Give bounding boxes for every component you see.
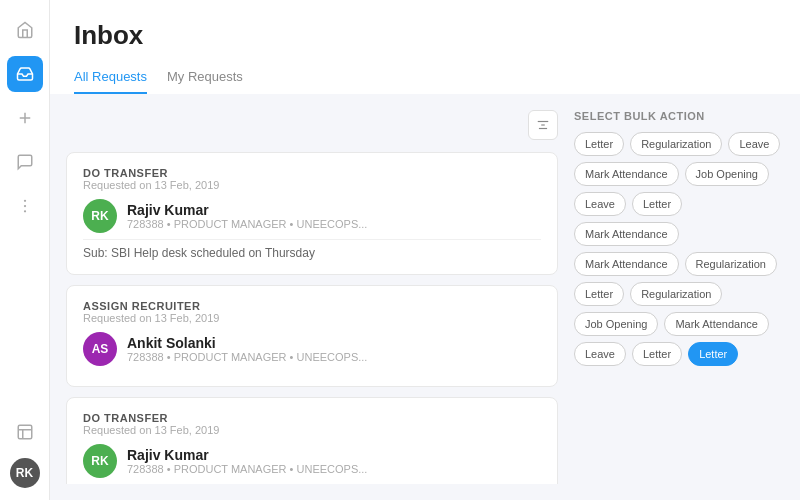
request-subject: Sub: SBI Help desk scheduled on Thursday [83, 239, 541, 260]
request-type: ASSIGN RECRUITER [83, 300, 541, 312]
filter-button[interactable] [528, 110, 558, 140]
request-type: DO TRANSFER [83, 412, 541, 424]
bulk-tag-4[interactable]: Job Opening [685, 162, 769, 186]
bulk-tags-container: LetterRegularizationLeaveMark Attendance… [574, 132, 784, 366]
request-card[interactable]: DO TRANSFER Requested on 13 Feb, 2019 RK… [66, 152, 558, 275]
avatar: AS [83, 332, 117, 366]
requester-meta: 728388 • PRODUCT MANAGER • UNEECOPS... [127, 463, 367, 475]
bulk-tag-14[interactable]: Leave [574, 342, 626, 366]
requester-info: Rajiv Kumar 728388 • PRODUCT MANAGER • U… [127, 447, 367, 475]
bulk-tag-1[interactable]: Regularization [630, 132, 722, 156]
requester-meta: 728388 • PRODUCT MANAGER • UNEECOPS... [127, 218, 367, 230]
filter-row [66, 110, 558, 140]
bulk-tag-16[interactable]: Letter [688, 342, 738, 366]
request-list: DO TRANSFER Requested on 13 Feb, 2019 RK… [66, 110, 558, 484]
svg-point-3 [23, 205, 25, 207]
svg-point-2 [23, 200, 25, 202]
avatar: RK [83, 199, 117, 233]
requester-name: Ankit Solanki [127, 335, 367, 351]
requester-row: RK Rajiv Kumar 728388 • PRODUCT MANAGER … [83, 199, 541, 233]
add-icon[interactable] [7, 100, 43, 136]
chat-icon[interactable] [7, 144, 43, 180]
sidebar: RK [0, 0, 50, 500]
request-type: DO TRANSFER [83, 167, 541, 179]
request-card[interactable]: DO TRANSFER Requested on 13 Feb, 2019 RK… [66, 397, 558, 484]
requester-info: Rajiv Kumar 728388 • PRODUCT MANAGER • U… [127, 202, 367, 230]
svg-rect-5 [18, 425, 32, 439]
request-date: Requested on 13 Feb, 2019 [83, 179, 541, 191]
bulk-tag-5[interactable]: Leave [574, 192, 626, 216]
more-icon[interactable] [7, 188, 43, 224]
bulk-tag-6[interactable]: Letter [632, 192, 682, 216]
tabs-bar: All Requests My Requests [74, 61, 776, 94]
request-date: Requested on 13 Feb, 2019 [83, 312, 541, 324]
user-avatar[interactable]: RK [10, 458, 40, 488]
requester-name: Rajiv Kumar [127, 447, 367, 463]
request-date: Requested on 13 Feb, 2019 [83, 424, 541, 436]
bulk-tag-8[interactable]: Mark Attendance [574, 252, 679, 276]
bulk-tag-9[interactable]: Regularization [685, 252, 777, 276]
tab-all-requests[interactable]: All Requests [74, 61, 147, 94]
inbox-icon[interactable] [7, 56, 43, 92]
requester-meta: 728388 • PRODUCT MANAGER • UNEECOPS... [127, 351, 367, 363]
tab-my-requests[interactable]: My Requests [167, 61, 243, 94]
bulk-tag-10[interactable]: Letter [574, 282, 624, 306]
bulk-action-title: SELECT BULK ACTION [574, 110, 784, 122]
avatar: RK [83, 444, 117, 478]
bulk-tag-0[interactable]: Letter [574, 132, 624, 156]
requester-row: RK Rajiv Kumar 728388 • PRODUCT MANAGER … [83, 444, 541, 478]
bulk-tag-12[interactable]: Job Opening [574, 312, 658, 336]
svg-point-4 [23, 210, 25, 212]
main-content: Inbox All Requests My Requests DO TRANSF… [50, 0, 800, 500]
reports-icon[interactable] [7, 414, 43, 450]
bulk-tag-2[interactable]: Leave [728, 132, 780, 156]
bulk-tag-15[interactable]: Letter [632, 342, 682, 366]
requester-info: Ankit Solanki 728388 • PRODUCT MANAGER •… [127, 335, 367, 363]
home-icon[interactable] [7, 12, 43, 48]
bulk-tag-7[interactable]: Mark Attendance [574, 222, 679, 246]
bulk-tag-11[interactable]: Regularization [630, 282, 722, 306]
content-area: DO TRANSFER Requested on 13 Feb, 2019 RK… [50, 94, 800, 500]
requester-row: AS Ankit Solanki 728388 • PRODUCT MANAGE… [83, 332, 541, 366]
page-header: Inbox All Requests My Requests [50, 0, 800, 94]
requester-name: Rajiv Kumar [127, 202, 367, 218]
page-title: Inbox [74, 20, 776, 51]
bulk-tag-3[interactable]: Mark Attendance [574, 162, 679, 186]
bulk-tag-13[interactable]: Mark Attendance [664, 312, 769, 336]
bulk-action-panel: SELECT BULK ACTION LetterRegularizationL… [574, 110, 784, 484]
request-card[interactable]: ASSIGN RECRUITER Requested on 13 Feb, 20… [66, 285, 558, 387]
